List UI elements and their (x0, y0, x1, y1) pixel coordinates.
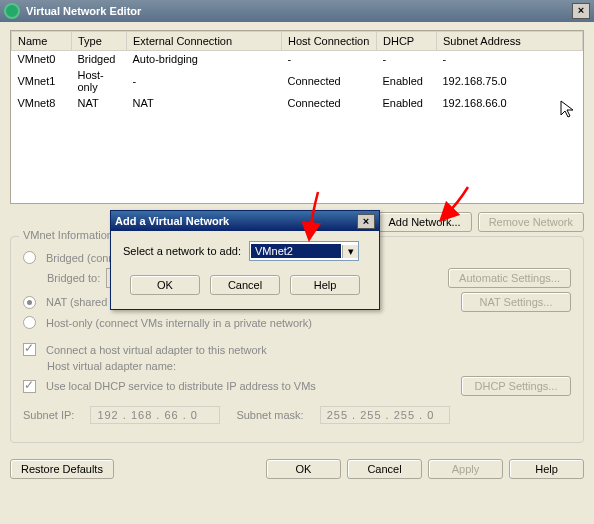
modal-title: Add a Virtual Network (115, 215, 229, 227)
nat-settings-button: NAT Settings... (461, 292, 571, 312)
automatic-settings-button: Automatic Settings... (448, 268, 571, 288)
subnet-ip-label: Subnet IP: (23, 409, 74, 421)
chevron-down-icon: ▾ (342, 245, 358, 258)
col-name[interactable]: Name (12, 32, 72, 51)
nat-radio[interactable] (23, 296, 36, 309)
subnet-mask-field[interactable]: 255 . 255 . 255 . 0 (320, 406, 450, 424)
help-button[interactable]: Help (509, 459, 584, 479)
hostonly-label: Host-only (connect VMs internally in a p… (46, 317, 312, 329)
dialog-buttons: Restore Defaults OK Cancel Apply Help (0, 451, 594, 487)
modal-close-icon[interactable]: × (357, 214, 375, 229)
bridged-to-label: Bridged to: (47, 272, 100, 284)
modal-titlebar: Add a Virtual Network × (111, 211, 379, 231)
connect-adapter-row: Connect a host virtual adapter to this n… (23, 343, 571, 356)
table-header-row: Name Type External Connection Host Conne… (12, 32, 583, 51)
restore-defaults-button[interactable]: Restore Defaults (10, 459, 114, 479)
network-select-dropdown[interactable]: VMnet2 ▾ (249, 241, 359, 261)
add-network-button[interactable]: Add Network... (378, 212, 472, 232)
remove-network-button: Remove Network (478, 212, 584, 232)
col-type[interactable]: Type (72, 32, 127, 51)
dhcp-label: Use local DHCP service to distribute IP … (46, 380, 316, 392)
adapter-name-label: Host virtual adapter name: (47, 360, 176, 372)
adapter-name-row: Host virtual adapter name: (23, 360, 571, 372)
ok-button[interactable]: OK (266, 459, 341, 479)
col-dhcp[interactable]: DHCP (377, 32, 437, 51)
bridged-radio[interactable] (23, 251, 36, 264)
titlebar: Virtual Network Editor × (0, 0, 594, 22)
close-icon[interactable]: × (572, 3, 590, 19)
col-external[interactable]: External Connection (127, 32, 282, 51)
network-table: Name Type External Connection Host Conne… (10, 30, 584, 204)
cancel-button[interactable]: Cancel (347, 459, 422, 479)
modal-ok-button[interactable]: OK (130, 275, 200, 295)
dhcp-row: Use local DHCP service to distribute IP … (23, 376, 571, 396)
table-row[interactable]: VMnet1 Host-only - Connected Enabled 192… (12, 67, 583, 95)
cursor-icon (560, 100, 576, 124)
window-title: Virtual Network Editor (26, 5, 572, 17)
subnet-mask-label: Subnet mask: (236, 409, 303, 421)
connect-adapter-checkbox[interactable] (23, 343, 36, 356)
apply-button: Apply (428, 459, 503, 479)
network-select-value: VMnet2 (251, 244, 341, 258)
app-icon (4, 3, 20, 19)
connect-adapter-label: Connect a host virtual adapter to this n… (46, 344, 267, 356)
col-host[interactable]: Host Connection (282, 32, 377, 51)
group-legend: VMnet Information (19, 229, 117, 241)
table-row[interactable]: VMnet8 NAT NAT Connected Enabled 192.168… (12, 95, 583, 111)
col-subnet[interactable]: Subnet Address (437, 32, 583, 51)
hostonly-radio[interactable] (23, 316, 36, 329)
subnet-ip-field[interactable]: 192 . 168 . 66 . 0 (90, 406, 220, 424)
add-network-dialog: Add a Virtual Network × Select a network… (110, 210, 380, 310)
hostonly-radio-row: Host-only (connect VMs internally in a p… (23, 316, 571, 329)
modal-label: Select a network to add: (123, 245, 241, 257)
dhcp-settings-button: DHCP Settings... (461, 376, 571, 396)
dhcp-checkbox[interactable] (23, 380, 36, 393)
modal-help-button[interactable]: Help (290, 275, 360, 295)
table-row[interactable]: VMnet0 Bridged Auto-bridging - - - (12, 51, 583, 68)
modal-cancel-button[interactable]: Cancel (210, 275, 280, 295)
